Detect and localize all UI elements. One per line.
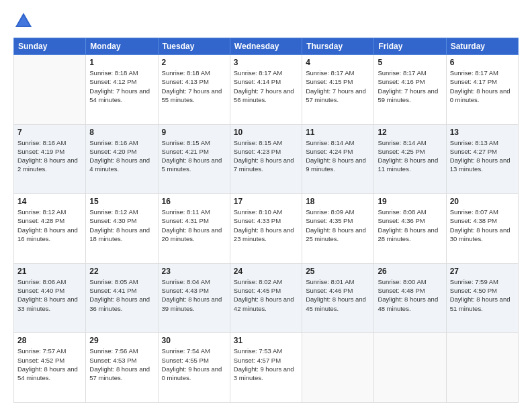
day-info: Sunrise: 8:10 AM Sunset: 4:33 PM Dayligh…: [234, 208, 298, 243]
day-number: 1: [89, 58, 154, 67]
day-number: 6: [450, 58, 515, 67]
calendar-cell-week4-day4: 24Sunrise: 8:02 AM Sunset: 4:45 PM Dayli…: [230, 263, 302, 333]
week-row-1: 1Sunrise: 8:18 AM Sunset: 4:12 PM Daylig…: [14, 55, 519, 125]
calendar-cell-week1-day2: 1Sunrise: 8:18 AM Sunset: 4:12 PM Daylig…: [86, 55, 158, 125]
day-info: Sunrise: 7:53 AM Sunset: 4:57 PM Dayligh…: [234, 347, 298, 382]
day-number: 23: [162, 267, 226, 276]
day-number: 30: [162, 336, 226, 345]
calendar-cell-week2-day3: 9Sunrise: 8:15 AM Sunset: 4:21 PM Daylig…: [158, 124, 230, 194]
calendar-cell-week3-day1: 14Sunrise: 8:12 AM Sunset: 4:28 PM Dayli…: [14, 194, 86, 264]
week-row-2: 7Sunrise: 8:16 AM Sunset: 4:19 PM Daylig…: [14, 124, 519, 194]
calendar-cell-week5-day3: 30Sunrise: 7:54 AM Sunset: 4:55 PM Dayli…: [158, 333, 230, 403]
day-info: Sunrise: 8:08 AM Sunset: 4:36 PM Dayligh…: [378, 208, 442, 243]
day-info: Sunrise: 8:17 AM Sunset: 4:17 PM Dayligh…: [450, 68, 515, 104]
day-number: 15: [89, 197, 154, 206]
page: SundayMondayTuesdayWednesdayThursdayFrid…: [0, 0, 532, 411]
day-info: Sunrise: 8:05 AM Sunset: 4:41 PM Dayligh…: [89, 277, 154, 313]
day-number: 28: [17, 336, 82, 345]
day-info: Sunrise: 8:15 AM Sunset: 4:23 PM Dayligh…: [234, 138, 298, 174]
day-info: Sunrise: 8:18 AM Sunset: 4:13 PM Dayligh…: [162, 68, 226, 104]
weekday-header-friday: Friday: [374, 38, 446, 55]
day-info: Sunrise: 8:17 AM Sunset: 4:14 PM Dayligh…: [234, 68, 298, 104]
day-info: Sunrise: 8:09 AM Sunset: 4:35 PM Dayligh…: [306, 208, 370, 243]
day-info: Sunrise: 7:57 AM Sunset: 4:52 PM Dayligh…: [17, 347, 82, 382]
calendar-cell-week3-day5: 18Sunrise: 8:09 AM Sunset: 4:35 PM Dayli…: [302, 194, 374, 264]
day-number: 21: [17, 267, 82, 276]
day-number: 26: [378, 267, 442, 276]
day-info: Sunrise: 8:04 AM Sunset: 4:43 PM Dayligh…: [162, 277, 226, 313]
calendar-cell-week4-day3: 23Sunrise: 8:04 AM Sunset: 4:43 PM Dayli…: [158, 263, 230, 333]
calendar-cell-week4-day6: 26Sunrise: 8:00 AM Sunset: 4:48 PM Dayli…: [374, 263, 446, 333]
day-number: 12: [378, 128, 442, 137]
calendar-cell-week3-day4: 17Sunrise: 8:10 AM Sunset: 4:33 PM Dayli…: [230, 194, 302, 264]
calendar-cell-week3-day6: 19Sunrise: 8:08 AM Sunset: 4:36 PM Dayli…: [374, 194, 446, 264]
header: [13, 11, 519, 31]
week-row-4: 21Sunrise: 8:06 AM Sunset: 4:40 PM Dayli…: [14, 263, 519, 333]
day-info: Sunrise: 8:01 AM Sunset: 4:46 PM Dayligh…: [306, 277, 370, 313]
calendar-cell-week2-day5: 11Sunrise: 8:14 AM Sunset: 4:24 PM Dayli…: [302, 124, 374, 194]
day-number: 3: [234, 58, 298, 67]
day-info: Sunrise: 8:11 AM Sunset: 4:31 PM Dayligh…: [162, 208, 226, 243]
day-number: 18: [306, 197, 370, 206]
day-number: 11: [306, 128, 370, 137]
day-info: Sunrise: 8:00 AM Sunset: 4:48 PM Dayligh…: [378, 277, 442, 313]
day-info: Sunrise: 8:15 AM Sunset: 4:21 PM Dayligh…: [162, 138, 226, 174]
day-number: 8: [89, 128, 154, 137]
calendar-cell-week5-day1: 28Sunrise: 7:57 AM Sunset: 4:52 PM Dayli…: [14, 333, 86, 403]
calendar-cell-week3-day2: 15Sunrise: 8:12 AM Sunset: 4:30 PM Dayli…: [86, 194, 158, 264]
day-info: Sunrise: 8:16 AM Sunset: 4:20 PM Dayligh…: [89, 138, 154, 174]
day-number: 5: [378, 58, 442, 67]
weekday-header-wednesday: Wednesday: [230, 38, 302, 55]
calendar-cell-week1-day5: 4Sunrise: 8:17 AM Sunset: 4:15 PM Daylig…: [302, 55, 374, 125]
day-number: 22: [89, 267, 154, 276]
calendar-cell-week1-day4: 3Sunrise: 8:17 AM Sunset: 4:14 PM Daylig…: [230, 55, 302, 125]
calendar-table: SundayMondayTuesdayWednesdayThursdayFrid…: [13, 38, 519, 403]
weekday-header-sunday: Sunday: [14, 38, 86, 55]
day-number: 24: [234, 267, 298, 276]
calendar-cell-week5-day7: [446, 333, 518, 403]
calendar-cell-week2-day7: 13Sunrise: 8:13 AM Sunset: 4:27 PM Dayli…: [446, 124, 518, 194]
day-number: 16: [162, 197, 226, 206]
calendar-cell-week1-day6: 5Sunrise: 8:17 AM Sunset: 4:16 PM Daylig…: [374, 55, 446, 125]
day-number: 29: [89, 336, 154, 345]
calendar-cell-week4-day7: 27Sunrise: 7:59 AM Sunset: 4:50 PM Dayli…: [446, 263, 518, 333]
calendar-cell-week2-day2: 8Sunrise: 8:16 AM Sunset: 4:20 PM Daylig…: [86, 124, 158, 194]
day-info: Sunrise: 8:06 AM Sunset: 4:40 PM Dayligh…: [17, 277, 82, 313]
week-row-3: 14Sunrise: 8:12 AM Sunset: 4:28 PM Dayli…: [14, 194, 519, 264]
calendar-cell-week5-day2: 29Sunrise: 7:56 AM Sunset: 4:53 PM Dayli…: [86, 333, 158, 403]
calendar-cell-week5-day5: [302, 333, 374, 403]
calendar-cell-week4-day1: 21Sunrise: 8:06 AM Sunset: 4:40 PM Dayli…: [14, 263, 86, 333]
calendar-cell-week2-day4: 10Sunrise: 8:15 AM Sunset: 4:23 PM Dayli…: [230, 124, 302, 194]
day-info: Sunrise: 8:02 AM Sunset: 4:45 PM Dayligh…: [234, 277, 298, 313]
day-info: Sunrise: 8:07 AM Sunset: 4:38 PM Dayligh…: [450, 208, 515, 243]
day-info: Sunrise: 8:16 AM Sunset: 4:19 PM Dayligh…: [17, 138, 82, 174]
logo-icon: [13, 11, 34, 31]
calendar-cell-week3-day7: 20Sunrise: 8:07 AM Sunset: 4:38 PM Dayli…: [446, 194, 518, 264]
calendar-cell-week1-day3: 2Sunrise: 8:18 AM Sunset: 4:13 PM Daylig…: [158, 55, 230, 125]
calendar-cell-week3-day3: 16Sunrise: 8:11 AM Sunset: 4:31 PM Dayli…: [158, 194, 230, 264]
week-row-5: 28Sunrise: 7:57 AM Sunset: 4:52 PM Dayli…: [14, 333, 519, 403]
calendar-cell-week5-day4: 31Sunrise: 7:53 AM Sunset: 4:57 PM Dayli…: [230, 333, 302, 403]
logo: [13, 11, 36, 31]
day-info: Sunrise: 7:54 AM Sunset: 4:55 PM Dayligh…: [162, 347, 226, 382]
weekday-header-saturday: Saturday: [446, 38, 518, 55]
weekday-header-tuesday: Tuesday: [158, 38, 230, 55]
day-info: Sunrise: 8:13 AM Sunset: 4:27 PM Dayligh…: [450, 138, 515, 174]
day-number: 20: [450, 197, 515, 206]
day-number: 2: [162, 58, 226, 67]
day-info: Sunrise: 8:12 AM Sunset: 4:30 PM Dayligh…: [89, 208, 154, 243]
day-info: Sunrise: 8:12 AM Sunset: 4:28 PM Dayligh…: [17, 208, 82, 243]
day-number: 14: [17, 197, 82, 206]
calendar-cell-week4-day2: 22Sunrise: 8:05 AM Sunset: 4:41 PM Dayli…: [86, 263, 158, 333]
day-number: 10: [234, 128, 298, 137]
day-number: 4: [306, 58, 370, 67]
calendar-cell-week4-day5: 25Sunrise: 8:01 AM Sunset: 4:46 PM Dayli…: [302, 263, 374, 333]
day-info: Sunrise: 8:14 AM Sunset: 4:24 PM Dayligh…: [306, 138, 370, 174]
day-number: 27: [450, 267, 515, 276]
day-number: 9: [162, 128, 226, 137]
weekday-header-row: SundayMondayTuesdayWednesdayThursdayFrid…: [14, 38, 519, 55]
calendar-cell-week2-day6: 12Sunrise: 8:14 AM Sunset: 4:25 PM Dayli…: [374, 124, 446, 194]
day-number: 13: [450, 128, 515, 137]
day-info: Sunrise: 7:56 AM Sunset: 4:53 PM Dayligh…: [89, 347, 154, 382]
day-info: Sunrise: 8:17 AM Sunset: 4:16 PM Dayligh…: [378, 68, 442, 104]
